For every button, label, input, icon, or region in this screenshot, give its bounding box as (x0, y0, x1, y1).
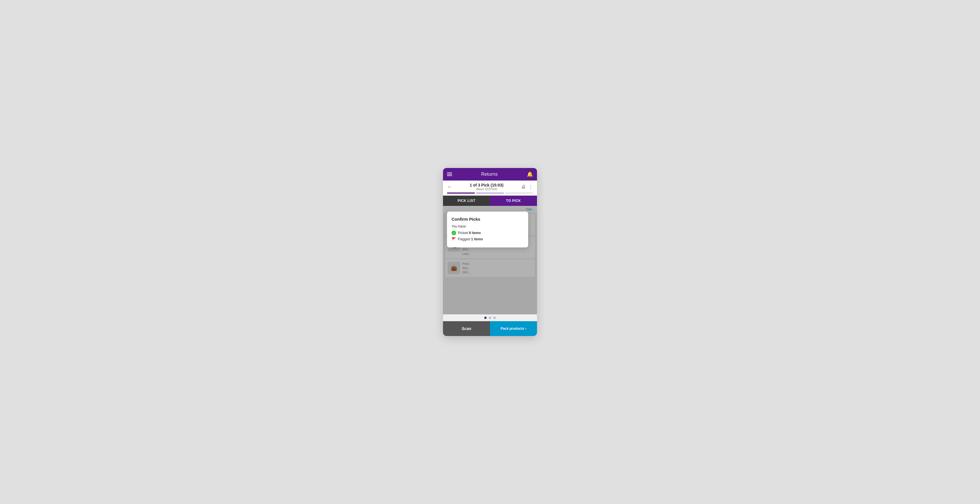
progress-segment-2 (476, 192, 504, 194)
progress-segment-1 (447, 192, 475, 194)
wave-label: Wave #237930 (452, 188, 521, 191)
progress-segment-3 (505, 192, 533, 194)
sub-header: ← 1 of 3 Pick (15:03) Wave #237930 🖨 ⋮ (443, 181, 537, 196)
pagination-dots (443, 314, 537, 321)
dot-3[interactable] (493, 316, 496, 319)
pick-title: 1 of 3 Pick (15:03) (452, 183, 521, 188)
confirm-picks-modal: Confirm Picks You have: ✓ Picked 9 items… (447, 211, 528, 248)
picked-row: ✓ Picked 9 items (452, 231, 523, 235)
dot-2[interactable] (489, 316, 491, 319)
flagged-count: 1 items (471, 237, 483, 241)
header-bar: Returns 🔔 (443, 168, 537, 181)
bell-icon[interactable]: 🔔 (527, 171, 533, 177)
picked-text: Picked 9 items (458, 231, 481, 235)
tab-to-pick[interactable]: TO PICK (490, 196, 537, 206)
pack-products-button[interactable]: Pack products › (490, 321, 537, 336)
progress-bar (447, 192, 533, 194)
flag-icon: 🚩 (452, 237, 456, 241)
more-icon[interactable]: ⋮ (528, 184, 533, 190)
dot-1[interactable] (484, 316, 487, 319)
flagged-row: 🚩 Flagged 1 items (452, 237, 523, 241)
tabs-row: PICK LIST TO PICK (443, 196, 537, 206)
modal-overlay: Confirm Picks You have: ✓ Picked 9 items… (443, 206, 537, 314)
hamburger-menu[interactable] (447, 173, 452, 176)
picked-count: 9 items (469, 231, 480, 235)
main-content: Filte... 👟 Prod... Size... SKU... Loca..… (443, 206, 537, 314)
tab-pick-list[interactable]: PICK LIST (443, 196, 490, 206)
pack-arrow-icon: › (525, 327, 527, 331)
flagged-text: Flagged 1 items (458, 237, 483, 241)
back-button[interactable]: ← (447, 184, 452, 190)
modal-title: Confirm Picks (452, 217, 523, 221)
modal-you-have: You have: (452, 224, 523, 228)
sub-header-icons: 🖨 ⋮ (521, 184, 533, 190)
pick-info: 1 of 3 Pick (15:03) Wave #237930 (452, 183, 521, 191)
phone-container: Returns 🔔 ← 1 of 3 Pick (15:03) Wave #23… (443, 168, 537, 336)
scan-button[interactable]: Scan (443, 321, 490, 336)
picked-check-icon: ✓ (452, 231, 456, 235)
print-icon[interactable]: 🖨 (521, 184, 526, 190)
header-title: Returns (481, 172, 498, 177)
bottom-bar: Scan Pack products › (443, 321, 537, 336)
